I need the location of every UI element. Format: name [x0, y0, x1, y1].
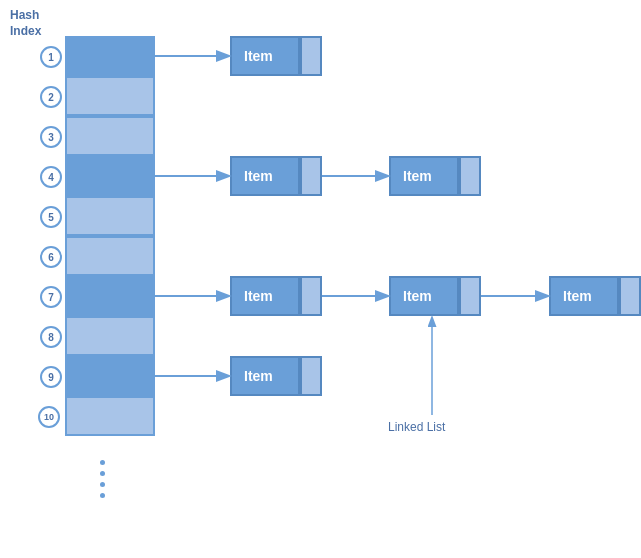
hash-index-label: Hash Index: [10, 8, 41, 39]
item-row7-2: Item: [389, 276, 481, 316]
hash-row-3: [65, 116, 155, 156]
hash-row-7: [65, 276, 155, 316]
item-row9-arrow-box: [300, 356, 322, 396]
circle-9: 9: [40, 366, 62, 388]
item-row4-1-label: Item: [230, 156, 300, 196]
item-row7-3-label: Item: [549, 276, 619, 316]
hash-row-1: [65, 36, 155, 76]
item-row7-2-arrow-box: [459, 276, 481, 316]
item-row1: Item: [230, 36, 322, 76]
dot-3: [100, 482, 105, 487]
hash-row-10: [65, 396, 155, 436]
dot-1: [100, 460, 105, 465]
hash-row-9: [65, 356, 155, 396]
diagram: Hash Index 1 2 3 4 5 6 7 8 9 10 Item Ite…: [0, 0, 641, 558]
item-row4-2-arrow-box: [459, 156, 481, 196]
circle-10: 10: [38, 406, 60, 428]
item-row7-3: Item: [549, 276, 641, 316]
circle-8: 8: [40, 326, 62, 348]
circle-7: 7: [40, 286, 62, 308]
circle-6: 6: [40, 246, 62, 268]
item-row4-1-arrow-box: [300, 156, 322, 196]
circle-5: 5: [40, 206, 62, 228]
item-row1-label: Item: [230, 36, 300, 76]
item-row7-3-arrow-box: [619, 276, 641, 316]
circle-3: 3: [40, 126, 62, 148]
item-row1-arrow-box: [300, 36, 322, 76]
hash-row-8: [65, 316, 155, 356]
item-row7-1-label: Item: [230, 276, 300, 316]
dot-4: [100, 493, 105, 498]
hash-row-5: [65, 196, 155, 236]
circle-4: 4: [40, 166, 62, 188]
linked-list-label: Linked List: [388, 420, 445, 434]
item-row4-1: Item: [230, 156, 322, 196]
item-row4-2: Item: [389, 156, 481, 196]
hash-row-2: [65, 76, 155, 116]
item-row4-2-label: Item: [389, 156, 459, 196]
hash-row-6: [65, 236, 155, 276]
dot-2: [100, 471, 105, 476]
hash-index-text: Hash Index: [10, 8, 41, 38]
circle-1: 1: [40, 46, 62, 68]
continuation-dots: [100, 460, 105, 498]
item-row9: Item: [230, 356, 322, 396]
item-row9-label: Item: [230, 356, 300, 396]
item-row7-1: Item: [230, 276, 322, 316]
item-row7-1-arrow-box: [300, 276, 322, 316]
circle-2: 2: [40, 86, 62, 108]
item-row7-2-label: Item: [389, 276, 459, 316]
hash-row-4: [65, 156, 155, 196]
